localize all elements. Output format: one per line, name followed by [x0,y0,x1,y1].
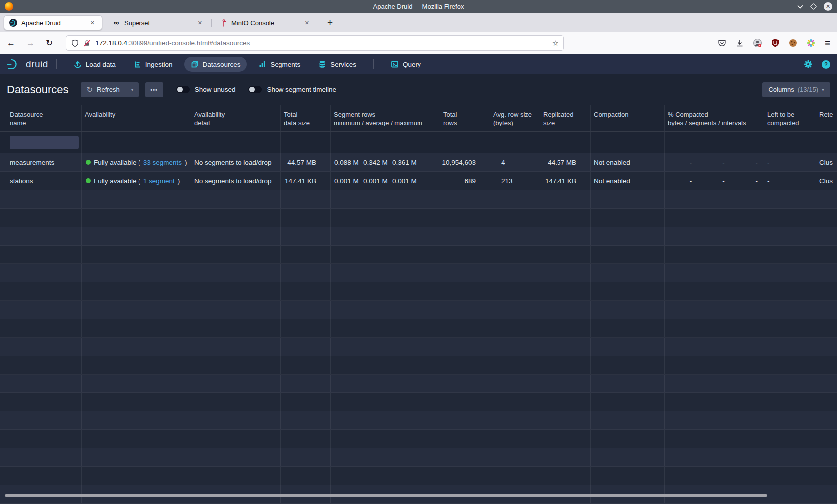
pct-compacted-cell: - - - [665,153,764,171]
segment-rows-max: 0.361 M [392,159,421,166]
tab-strip: Apache Druid ✕ ∞ Superset ✕ MinIO Consol… [0,13,837,32]
table-empty-row [0,356,837,375]
chevron-down-icon: ▾ [822,87,824,92]
url-host: 172.18.0.4 [95,39,127,47]
insecure-lock-icon[interactable] [83,39,91,47]
nav-item-load-data[interactable]: Load data [67,57,122,72]
segment-rows-avg: 0.342 M [363,159,392,166]
column-header-avg-row-size[interactable]: Avg. row size (bytes) [490,105,540,131]
tracking-shield-icon[interactable] [71,39,79,47]
segment-rows-min: 0.088 M [334,159,363,166]
help-icon[interactable]: ? [822,60,830,69]
horizontal-scrollbar[interactable] [5,494,767,497]
status-dot [86,178,91,183]
table-empty-row [0,448,837,467]
table-row-stations: stations Fully available (1 segment) No … [0,172,837,190]
refresh-interval-dropdown[interactable]: ▾ [126,82,139,97]
datasources-table: Datasource name Availability Availabilit… [0,105,837,504]
toggle-knob [249,87,255,92]
ublock-icon[interactable] [771,39,779,47]
pct-compacted-bytes: - [665,177,698,185]
window-minimize-icon[interactable] [797,5,803,9]
tab-superset[interactable]: ∞ Superset ✕ [107,15,209,30]
tab-close-icon[interactable]: ✕ [196,19,204,27]
segments-link[interactable]: 33 segments [143,159,182,166]
tab-close-icon[interactable]: ✕ [303,19,311,27]
window-maximize-icon[interactable] [810,3,817,10]
left-to-be-compacted: - [764,153,816,171]
table-empty-row [0,301,837,319]
more-actions-button[interactable]: ••• [145,82,163,97]
url-bar[interactable]: 172.18.0.4:30899/unified-console.html#da… [66,35,564,51]
bookmark-star-icon[interactable]: ☆ [552,39,558,48]
table-header-row: Datasource name Availability Availabilit… [0,105,837,132]
column-header-total-data-size[interactable]: Total data size [281,105,331,131]
account-extension-icon[interactable] [753,39,762,47]
downloads-icon[interactable] [736,39,744,47]
column-header-pct-compacted[interactable]: % Compacted bytes / segments / intervals [665,105,764,131]
segments-icon [258,60,266,68]
column-header-replicated-size[interactable]: Replicated size [540,105,591,131]
show-unused-toggle[interactable] [176,86,190,93]
avg-row-size: 213 [490,172,540,190]
table-empty-row [0,338,837,356]
window-title: Apache Druid — Mozilla Firefox [0,3,837,10]
refresh-button[interactable]: ↻ Refresh [81,82,126,97]
tab-apache-druid[interactable]: Apache Druid ✕ [4,15,102,30]
services-icon [318,60,326,68]
nav-item-ingestion[interactable]: Ingestion [127,57,179,72]
nav-item-services[interactable]: Services [312,57,363,72]
column-header-retention[interactable]: Rete [816,105,837,131]
datasource-name-filter-input[interactable] [10,136,79,149]
segments-link[interactable]: 1 segment [143,177,175,185]
column-header-total-rows[interactable]: Total rows [440,105,490,131]
columns-button[interactable]: Columns (13/15) ▾ [762,82,830,97]
availability-detail: No segments to load/drop [191,153,281,171]
nav-item-label: Ingestion [145,61,173,68]
extension-pinwheel-icon[interactable] [807,39,815,47]
back-button[interactable]: ← [7,38,15,48]
column-header-datasource-name[interactable]: Datasource name [0,105,82,131]
segment-rows-max: 0.001 M [392,177,421,185]
window-close-icon[interactable]: ✕ [824,2,832,11]
table-empty-row [0,375,837,393]
column-header-availability-detail[interactable]: Availability detail [191,105,281,131]
cookie-extension-icon[interactable] [789,39,797,47]
new-tab-button[interactable]: + [323,17,337,28]
column-header-left-to-be-compacted[interactable]: Left to be compacted [764,105,816,131]
show-segment-timeline-toggle[interactable] [248,86,262,93]
druid-logo[interactable]: druid [7,58,48,70]
pocket-icon[interactable] [718,39,726,47]
load-data-icon [74,60,82,68]
column-header-availability[interactable]: Availability [82,105,191,131]
segment-rows-avg: 0.001 M [363,177,392,185]
pct-compacted-bytes: - [665,159,698,166]
druid-favicon [9,19,17,27]
pct-compacted-segments: - [698,177,730,185]
reload-button[interactable]: ↻ [46,38,53,48]
availability-cell: Fully available (33 segments) [82,153,191,171]
pct-compacted-intervals: - [731,177,764,185]
availability-text: Fully available ( [94,177,140,185]
tab-close-icon[interactable]: ✕ [88,19,97,27]
column-header-compaction[interactable]: Compaction [591,105,665,131]
table-empty-row [0,467,837,485]
table-empty-row [0,393,837,411]
nav-item-label: Query [403,61,421,68]
nav-item-datasources[interactable]: Datasources [184,57,247,72]
total-data-size: 147.41 KB [281,172,331,190]
tab-title: Apache Druid [21,19,61,27]
druid-nav-bar: druid Load data Ingestion Datasources Se… [0,54,837,74]
settings-gear-icon[interactable] [804,60,813,69]
tab-minio-console[interactable]: MinIO Console ✕ [214,15,316,30]
page-header: Datasources ↻ Refresh ▾ ••• Show unused … [0,74,837,105]
superset-favicon: ∞ [112,19,120,27]
nav-item-segments[interactable]: Segments [252,57,307,72]
tab-title: MinIO Console [231,19,274,27]
menu-icon[interactable]: ≡ [825,38,830,49]
column-header-segment-rows[interactable]: Segment rows minimum / average / maximum [331,105,440,131]
table-empty-row [0,264,837,282]
nav-item-query[interactable]: Query [384,57,427,72]
table-empty-row [0,209,837,227]
availability-cell: Fully available (1 segment) [82,172,191,190]
